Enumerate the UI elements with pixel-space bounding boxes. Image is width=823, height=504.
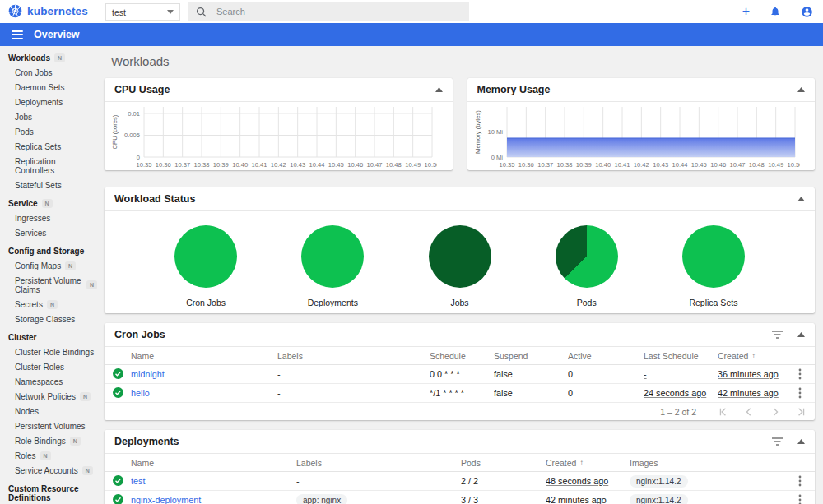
- status-pie-label: Pods: [577, 298, 597, 307]
- sidebar-group-cluster[interactable]: Cluster: [0, 330, 100, 344]
- column-header-pods[interactable]: Pods: [461, 458, 546, 468]
- collapse-button[interactable]: [797, 332, 805, 337]
- resource-link[interactable]: midnight: [131, 369, 165, 379]
- column-header-labels[interactable]: Labels: [277, 351, 430, 361]
- sidebar-item-ingresses[interactable]: Ingresses: [0, 210, 100, 225]
- user-menu-button[interactable]: [801, 6, 813, 18]
- collapse-button[interactable]: [435, 87, 443, 92]
- sidebar-item-namespaces[interactable]: Namespaces: [0, 374, 100, 389]
- sidebar-item-secrets[interactable]: SecretsN: [0, 297, 100, 312]
- create-resource-button[interactable]: +: [742, 5, 750, 18]
- column-header-schedule[interactable]: Schedule: [430, 351, 494, 361]
- sidebar-item-replica-sets[interactable]: Replica Sets: [0, 139, 100, 154]
- sidebar-group-custom-resource-definitions[interactable]: Custom Resource Definitions: [0, 481, 100, 504]
- column-header-suspend[interactable]: Suspend: [494, 351, 568, 361]
- column-header-created[interactable]: Created↑: [718, 351, 793, 361]
- sidebar-item-deployments[interactable]: Deployments: [0, 95, 100, 109]
- sidebar-item-replication-controllers[interactable]: Replication Controllers: [0, 154, 100, 178]
- namespace-selector[interactable]: test: [105, 3, 180, 21]
- sidebar-item-label: Persistent Volume Claims: [15, 276, 82, 294]
- previous-page-button[interactable]: [744, 407, 754, 417]
- svg-text:10:45: 10:45: [328, 161, 344, 169]
- table-cell: -: [277, 369, 430, 379]
- filter-button[interactable]: [772, 331, 783, 339]
- sidebar-group-workloads[interactable]: WorkloadsN: [0, 50, 100, 65]
- sidebar-item-persistent-volumes[interactable]: Persistent Volumes: [0, 418, 100, 433]
- collapse-button[interactable]: [797, 87, 805, 92]
- resource-link[interactable]: hello: [131, 388, 150, 398]
- table-cell: 0: [568, 369, 644, 379]
- resource-link[interactable]: nginx-deployment: [131, 495, 201, 504]
- sidebar-item-cluster-role-bindings[interactable]: Cluster Role Bindings: [0, 344, 100, 359]
- sidebar-item-cluster-roles[interactable]: Cluster Roles: [0, 359, 100, 374]
- svg-text:10:43: 10:43: [653, 161, 668, 169]
- sidebar-item-role-bindings[interactable]: Role BindingsN: [0, 433, 100, 448]
- svg-text:10:45: 10:45: [690, 161, 706, 169]
- column-header-label: Labels: [296, 458, 322, 468]
- sidebar-item-daemon-sets[interactable]: Daemon Sets: [0, 80, 100, 95]
- sidebar-item-service-accounts[interactable]: Service AccountsN: [0, 463, 100, 478]
- column-header-images[interactable]: Images: [630, 458, 793, 468]
- kubernetes-logo[interactable]: kubernetes: [8, 4, 88, 18]
- sidebar-item-nodes[interactable]: Nodes: [0, 404, 100, 418]
- collapse-button[interactable]: [797, 197, 805, 201]
- search-icon: [196, 7, 207, 17]
- sidebar-item-label: Config Maps: [15, 261, 61, 270]
- status-ok-cell: [113, 475, 131, 488]
- sidebar-item-config-maps[interactable]: Config MapsN: [0, 258, 100, 273]
- sidebar-item-label: Cron Jobs: [15, 68, 53, 77]
- search-input[interactable]: Search: [188, 2, 469, 21]
- sidebar-group-config-and-storage[interactable]: Config and Storage: [0, 243, 100, 258]
- collapse-button[interactable]: [797, 439, 805, 444]
- next-page-button[interactable]: [770, 407, 780, 417]
- sidebar-item-services[interactable]: Services: [0, 225, 100, 240]
- sidebar-item-roles[interactable]: RolesN: [0, 448, 100, 463]
- last-page-button[interactable]: [797, 407, 807, 417]
- sidebar-item-pods[interactable]: Pods: [0, 124, 100, 139]
- sidebar-item-label: Pods: [15, 127, 34, 136]
- column-header-active[interactable]: Active: [568, 351, 644, 361]
- row-menu-button[interactable]: [793, 494, 807, 504]
- card-title: Cron Jobs: [114, 329, 165, 340]
- column-header-last-schedule[interactable]: Last Schedule: [644, 351, 718, 361]
- sidebar-group-service[interactable]: ServiceN: [0, 196, 100, 210]
- column-header-label: Created: [546, 458, 576, 468]
- table-header-row: NameLabelsScheduleSuspendActiveLast Sche…: [105, 347, 815, 365]
- memory-usage-card: Memory Usage 10:3510:3610:3710:3810:3910…: [467, 78, 816, 170]
- row-menu-button[interactable]: [793, 387, 807, 399]
- row-menu-button[interactable]: [793, 475, 807, 487]
- pods-pie-chart: [556, 225, 618, 288]
- check-circle-icon: [113, 387, 123, 398]
- column-header-name[interactable]: Name: [131, 351, 277, 361]
- first-page-button[interactable]: [718, 407, 728, 417]
- sidebar-item-stateful-sets[interactable]: Stateful Sets: [0, 178, 100, 192]
- namespaced-badge: N: [70, 437, 81, 446]
- notifications-button[interactable]: [770, 6, 781, 17]
- sidebar-item-storage-classes[interactable]: Storage Classes: [0, 312, 100, 326]
- sidebar-group-label: Config and Storage: [8, 247, 84, 256]
- sidebar-item-jobs[interactable]: Jobs: [0, 109, 100, 124]
- table-row: midnight-0 0 * * *false0-36 minutes ago: [105, 365, 815, 384]
- memory-usage-chart: 10:3510:3610:3710:3810:3910:4010:4110:42…: [467, 102, 816, 173]
- resource-link[interactable]: test: [131, 476, 145, 486]
- svg-text:0: 0: [137, 154, 140, 161]
- column-header-name[interactable]: Name: [131, 458, 296, 468]
- row-menu-button[interactable]: [793, 368, 807, 380]
- svg-text:10:46: 10:46: [710, 161, 726, 169]
- time-cell: 42 minutes ago: [718, 388, 793, 398]
- column-header-created[interactable]: Created↑: [546, 458, 630, 468]
- sidebar-item-persistent-volume-claims[interactable]: Persistent Volume ClaimsN: [0, 273, 100, 297]
- filter-button[interactable]: [772, 437, 783, 446]
- caret-up-icon: [797, 332, 805, 337]
- status-ok-cell: [113, 387, 131, 400]
- sidebar-item-label: Roles: [15, 451, 36, 460]
- card-title: CPU Usage: [114, 84, 170, 95]
- column-header-labels[interactable]: Labels: [296, 458, 461, 468]
- time-cell: -: [644, 369, 718, 379]
- sidebar-item-cron-jobs[interactable]: Cron Jobs: [0, 65, 100, 80]
- pagination: 1 – 2 of 2: [105, 403, 815, 420]
- sidebar-item-network-policies[interactable]: Network PoliciesN: [0, 389, 100, 404]
- menu-icon[interactable]: [12, 28, 23, 41]
- sidebar-item-label: Service Accounts: [15, 466, 78, 475]
- jobs-pie-chart: [429, 225, 491, 288]
